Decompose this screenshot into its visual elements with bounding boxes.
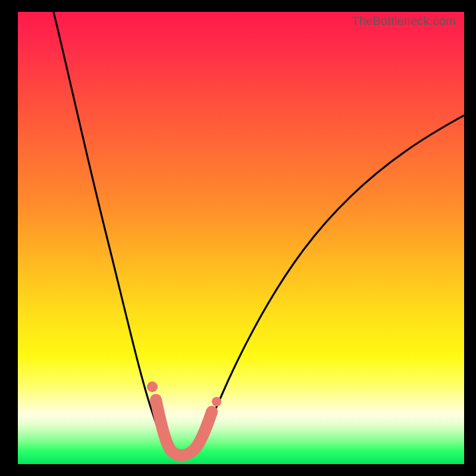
marker-segment xyxy=(156,400,212,455)
watermark-text: TheBottleneck.com xyxy=(352,14,456,28)
curve-path xyxy=(54,12,464,456)
curve-markers xyxy=(147,381,221,455)
chart-frame: TheBottleneck.com xyxy=(0,0,476,476)
marker-dot xyxy=(147,381,158,392)
marker-dot xyxy=(151,396,161,407)
plot-area: TheBottleneck.com xyxy=(18,12,464,464)
marker-dot xyxy=(212,397,221,406)
bottleneck-curve xyxy=(18,12,464,464)
